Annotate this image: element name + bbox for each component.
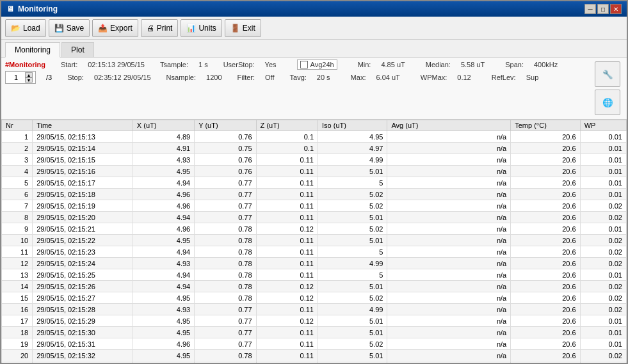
page-up-arrow[interactable]: ▲ [25,72,33,77]
table-cell: n/a [387,350,511,361]
table-cell: 0.11 [256,269,318,281]
table-cell: 11 [2,246,33,258]
maximize-button[interactable]: □ [597,4,609,14]
start-value: 02:15:13 29/05/15 [88,61,145,68]
avg24-checkbox[interactable] [300,61,308,68]
table-cell: 20 [2,350,33,361]
table-cell: 3 [2,154,33,166]
main-window: 🖥 Monitoring ─ □ ✕ 📂 Load 💾 Save 📤 Expor… [0,0,628,364]
page-down-arrow[interactable]: ▼ [25,77,33,83]
min-value: 4.85 uT [381,61,405,68]
table-cell: 0.01 [580,189,626,200]
table-cell: 29/05/15, 02:15:30 [33,327,133,338]
table-cell: 8 [2,212,33,223]
table-cell: 10 [2,235,33,246]
table-cell: 0.11 [256,327,318,338]
table-header-row: Nr Time X (uT) Y (uT) Z (uT) Iso (uT) Av… [2,120,627,131]
table-cell: 4.94 [133,269,194,281]
table-cell: 20.6 [511,154,580,166]
table-cell: 0.1 [256,143,318,154]
table-cell: 4.95 [133,350,194,361]
table-cell: 0.11 [256,154,318,166]
table-cell: 0.02 [580,200,626,212]
table-cell: 0.12 [256,223,318,235]
load-button[interactable]: 📂 Load [5,19,46,37]
table-cell: 5.01 [387,361,511,363]
table-cell: 0.02 [580,304,626,315]
table-cell: 4.93 [133,304,194,315]
avg24-checkbox-box: Avg24h [297,59,337,70]
table-cell: 0.11 [256,189,318,200]
table-cell: 0.77 [195,327,256,338]
wrench-button[interactable]: 🔧 [595,61,620,87]
table-cell: n/a [387,304,511,315]
table-cell: n/a [387,212,511,223]
tab-plot[interactable]: Plot [61,42,94,57]
table-cell: 29/05/15, 02:15:18 [33,189,133,200]
print-button[interactable]: 🖨 Print [141,19,179,37]
table-cell: 0.78 [195,258,256,269]
table-cell: 0.02 [580,246,626,258]
title-bar: 🖥 Monitoring ─ □ ✕ [1,1,627,17]
table-cell: 4.95 [133,166,194,177]
table-cell: 4.93 [133,361,194,363]
table-cell: 4.96 [133,200,194,212]
table-cell: 20.6 [511,166,580,177]
table-cell: 0.75 [195,143,256,154]
table-cell: 29/05/15, 02:15:27 [33,292,133,304]
table-cell: 0.01 [580,361,626,363]
table-cell: 0.11 [256,338,318,350]
page-counter: 1 ▲ ▼ [5,71,36,84]
table-cell: n/a [387,315,511,327]
globe-button[interactable]: 🌐 [595,90,620,115]
table-cell: 0.01 [580,315,626,327]
minimize-button[interactable]: ─ [584,4,596,14]
table-cell: 4.95 [133,292,194,304]
tab-monitoring[interactable]: Monitoring [5,42,60,58]
info-line-2: 1 ▲ ▼ /3 Stop: 02:35:12 29/05/15 Nsample… [5,70,592,84]
table-cell: 4.93 [133,258,194,269]
table-cell: 4.96 [133,338,194,350]
tsample-value: 1 s [198,61,208,68]
table-row: 1329/05/15, 02:15:254.940.780.115n/a20.6… [2,269,627,281]
info-panel: #Monitoring Start: 02:15:13 29/05/15 Tsa… [1,58,627,120]
table-cell: 29/05/15, 02:15:19 [33,200,133,212]
export-button[interactable]: 📤 Export [92,19,138,37]
span-label: Span: [505,61,524,68]
table-cell: 0.11 [256,212,318,223]
table-cell: 29/05/15, 02:15:24 [33,258,133,269]
page-input[interactable]: 1 [8,74,24,81]
table-cell: 5.01 [318,281,387,292]
table-cell: 0.01 [580,269,626,281]
nsample-label: Nsample: [166,74,196,81]
table-cell: n/a [387,246,511,258]
units-button[interactable]: 📊 Units [181,19,221,37]
table-cell: 0.01 [580,143,626,154]
table-cell: 0.01 [580,327,626,338]
save-button[interactable]: 💾 Save [49,19,90,37]
col-x: X (uT) [133,120,194,131]
table-cell: 0.76 [195,131,256,143]
table-cell: 5.01 [318,327,387,338]
close-button[interactable]: ✕ [610,4,622,14]
max-value: 6.04 uT [376,74,399,81]
table-cell: 4.95 [133,315,194,327]
table-cell: 0.11 [256,258,318,269]
table-row: 629/05/15, 02:15:184.960.770.115.02n/a20… [2,189,627,200]
table-row: 1729/05/15, 02:15:294.950.770.125.01n/a2… [2,315,627,327]
table-cell: 5 [2,177,33,189]
info-lines: #Monitoring Start: 02:15:13 29/05/15 Tsa… [5,59,592,118]
exit-button[interactable]: 🚪 Exit [225,19,261,37]
table-cell: n/a [387,281,511,292]
table-cell: 4.94 [133,212,194,223]
table-cell: 13 [2,269,33,281]
table-cell: 20.6 [511,258,580,269]
col-y: Y (uT) [195,120,256,131]
table-cell: 20.6 [511,177,580,189]
table-cell: 16 [2,304,33,315]
export-label: Export [110,24,133,33]
table-cell: 21 [2,361,33,363]
table-wrapper[interactable]: Nr Time X (uT) Y (uT) Z (uT) Iso (uT) Av… [1,120,627,363]
table-cell: 29/05/15, 02:15:25 [33,269,133,281]
table-cell: 0.77 [195,212,256,223]
